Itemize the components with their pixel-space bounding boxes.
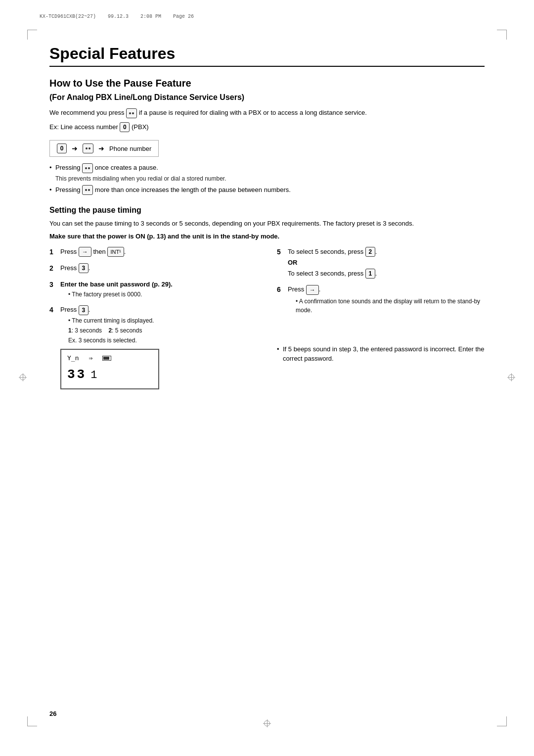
diag-key-zero: 0: [57, 143, 67, 153]
main-content: Special Features How to Use the Pause Fe…: [49, 45, 485, 400]
pause-timing-heading: Setting the pause timing: [49, 206, 485, 215]
diag-arrow1: ➜: [72, 144, 78, 152]
reg-mark-bottom: [263, 719, 271, 729]
step6-bullet: • A confirmation tone sounds and the dis…: [288, 297, 485, 315]
step-3: 3 Enter the base unit password (p. 29). …: [49, 280, 257, 299]
steps-container: 1 Press → then INT¹. 2 Press 3.: [49, 247, 485, 401]
display-number: 33: [67, 365, 87, 384]
step1-arrow-btn: →: [79, 247, 91, 257]
step-5: 5 To select 5 seconds, press 2. OR To se…: [277, 247, 485, 279]
display-signal: Y̲n: [67, 354, 79, 364]
display-arrow: ⇒: [89, 354, 92, 364]
crop-mark-tr: [497, 30, 507, 40]
step-1: 1 Press → then INT¹.: [49, 247, 257, 257]
note-text: If 5 beeps sound in step 3, the entered …: [277, 344, 485, 364]
diagram-box: 0 ➜ ➜ Phone number: [49, 140, 159, 157]
step-2: 2 Press 3.: [49, 263, 257, 274]
step3-bullet: • The factory preset is 0000.: [60, 290, 257, 299]
step4-bullet1: • The current timing is displayed.: [60, 316, 257, 325]
bullet2-pause-icon: [82, 185, 93, 195]
display-cursor: 1: [90, 367, 97, 383]
page-ref: Page 26: [173, 14, 194, 19]
step5-key1: 1: [365, 269, 375, 279]
time-info: 2:08 PM: [140, 14, 161, 19]
step-4: 4 Press 3. • The current timing is displ…: [49, 305, 257, 394]
warning-text: Make sure that the power is ON (p. 13) a…: [49, 233, 485, 240]
page-number: 26: [49, 710, 56, 717]
section-heading: How to Use the Pause Feature: [49, 78, 485, 89]
bullet1-sub: This prevents misdialing when you redial…: [55, 174, 485, 183]
step2-key3: 3: [79, 263, 89, 273]
step4-key3: 3: [79, 305, 89, 315]
steps-left-col: 1 Press → then INT¹. 2 Press 3.: [49, 247, 257, 401]
display-screen: Y̲n ⇒ 33 1: [60, 349, 159, 390]
bullet1-pause-icon: [82, 163, 93, 173]
step5-or: OR: [288, 258, 485, 268]
step-6: 6 Press →. • A confirmation tone sounds …: [277, 284, 485, 315]
crop-mark-br: [497, 716, 507, 726]
page-title: Special Features: [49, 45, 485, 67]
subsection-heading: (For Analog PBX Line/Long Distance Servi…: [49, 93, 485, 102]
crop-mark-bl: [27, 716, 37, 726]
section-pause-feature: How to Use the Pause Feature (For Analog…: [49, 78, 485, 195]
steps-right-col: 5 To select 5 seconds, press 2. OR To se…: [277, 247, 485, 401]
step5-key2: 2: [365, 247, 375, 257]
reg-mark-left: [19, 374, 27, 383]
example-text: Ex: Line access number 0 (PBX): [49, 122, 485, 133]
diag-arrow2: ➜: [98, 144, 104, 152]
section-pause-timing: Setting the pause timing You can set the…: [49, 206, 485, 400]
display-battery: [102, 354, 111, 363]
timing-intro: You can set the pause timing to 3 second…: [49, 219, 485, 229]
bullet-multiple: Pressing more than once increases the le…: [49, 185, 485, 195]
step1-int-btn: INT¹: [107, 247, 124, 257]
step4-timing-labels: 1: 3 seconds 2: 5 seconds: [60, 326, 257, 335]
page-container: KX-TCD961CXB(22~27) 99.12.3 2:08 PM Page…: [0, 0, 534, 756]
reg-mark-right: [507, 374, 515, 383]
key-zero: 0: [120, 122, 130, 132]
model-info: KX-TCD961CXB(22~27): [40, 14, 96, 19]
note-block: If 5 beeps sound in step 3, the entered …: [277, 344, 485, 364]
diag-phone-number: Phone number: [109, 145, 151, 152]
header-meta: KX-TCD961CXB(22~27) 99.12.3 2:08 PM Page…: [40, 14, 194, 19]
crop-mark-tl: [27, 30, 37, 40]
step6-arrow-btn: →: [306, 285, 319, 295]
step4-example: Ex. 3 seconds is selected.: [60, 336, 257, 345]
intro-text: We recommend you press if a pause is req…: [49, 108, 485, 118]
pause-button-icon: [126, 108, 137, 118]
date-info: 99.12.3: [108, 14, 129, 19]
bullet-once: Pressing once creates a pause. This prev…: [49, 163, 485, 183]
diag-pause-btn: [83, 143, 93, 153]
